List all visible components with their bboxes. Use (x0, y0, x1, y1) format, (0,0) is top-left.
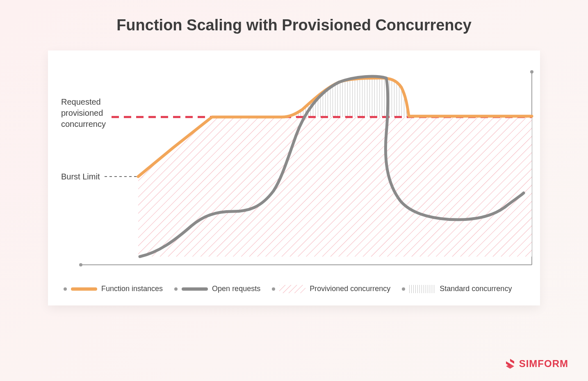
svg-rect-13 (279, 285, 305, 293)
legend-label: Open requests (212, 285, 260, 293)
simform-logo: SIMFORM (504, 358, 568, 370)
chart-svg (52, 64, 536, 277)
legend-provisioned-concurrency: Provivioned concurrency (272, 285, 390, 293)
legend: Function instances Open requests Provivi… (52, 285, 536, 293)
legend-label: Provivioned concurrency (310, 285, 390, 293)
legend-open-requests: Open requests (174, 285, 260, 293)
simform-logo-icon (504, 358, 516, 370)
legend-function-instances: Function instances (64, 285, 163, 293)
logo-text: SIMFORM (519, 358, 568, 370)
swatch-gray-line (182, 287, 208, 291)
legend-label: Function instances (101, 285, 163, 293)
bullet-icon (402, 287, 405, 291)
bullet-icon (272, 287, 275, 291)
svg-rect-16 (409, 285, 435, 293)
bullet-icon (64, 287, 67, 291)
legend-standard-concurrency: Standard concurrency (402, 285, 512, 293)
swatch-vert-gray (409, 285, 435, 293)
bullet-icon (174, 287, 178, 291)
swatch-orange-line (71, 287, 97, 291)
legend-label: Standard concurrency (440, 285, 512, 293)
swatch-diag-pink (279, 285, 305, 293)
page-title: Function Scaling with Provisioned Concur… (0, 16, 588, 34)
svg-point-5 (79, 263, 82, 266)
chart-card: Requestedprovisionedconcurrency Burst Li… (48, 50, 540, 305)
chart-area: Requestedprovisionedconcurrency Burst Li… (52, 64, 536, 277)
svg-point-7 (530, 70, 533, 73)
